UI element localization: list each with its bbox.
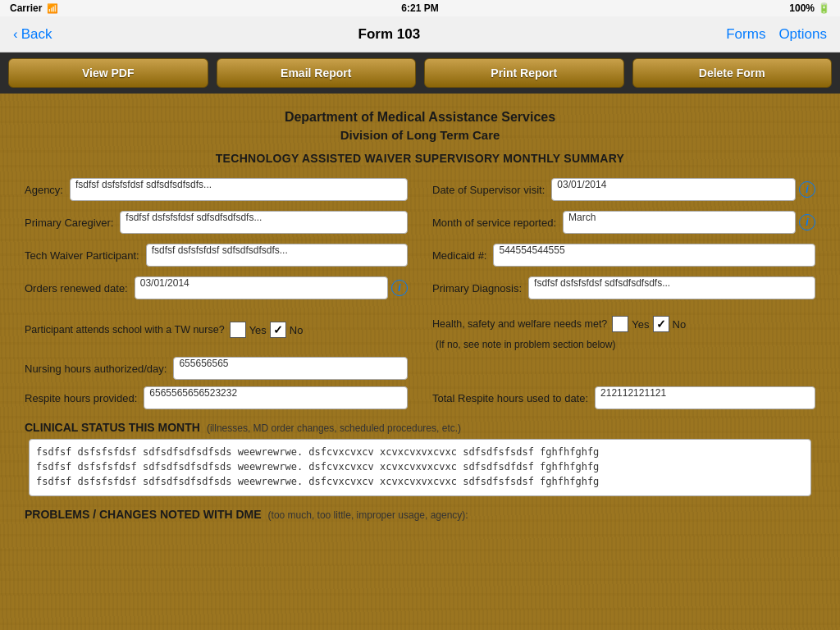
health-safety-yes-checkbox[interactable]: [612, 316, 628, 332]
form-title: TECHNOLOGY ASSISTED WAIVER SUPERVISORY M…: [25, 152, 815, 165]
toolbar: View PDF Email Report Print Report Delet…: [0, 52, 840, 94]
primary-diagnosis-label: Primary Diagnosis:: [432, 282, 522, 294]
health-safety-col: Health, safety and welfare needs met? Ye…: [432, 309, 815, 350]
tech-waiver-label: Tech Waiver Participant:: [25, 249, 139, 262]
checkbox-rows: Participant attends school with a TW nur…: [25, 309, 815, 350]
status-bar: Carrier 📶 6:21 PM 100% 🔋: [0, 0, 840, 16]
nav-right-buttons: Forms Options: [726, 26, 827, 43]
school-nurse-no-checkbox[interactable]: [270, 322, 286, 338]
division-name: Division of Long Term Care: [25, 128, 815, 142]
respite-rows: Respite hours provided: 6565565656523232…: [25, 386, 815, 409]
main-content: Department of Medical Assistance Service…: [0, 94, 840, 630]
battery-icon: 🔋: [818, 2, 830, 14]
wifi-icon: 📶: [47, 3, 58, 14]
view-pdf-button[interactable]: View PDF: [8, 58, 208, 88]
primary-caregiver-label: Primary Caregiver:: [25, 217, 113, 229]
month-service-label: Month of service reported:: [432, 217, 556, 229]
health-safety-label: Health, safety and welfare needs met?: [432, 318, 607, 330]
medicaid-input[interactable]: 544554544555: [493, 244, 815, 267]
total-respite-row: Total Respite hours used to date: 212112…: [432, 386, 815, 409]
nursing-hours-row: Nursing hours authorized/day: 655656565: [25, 357, 408, 380]
school-nurse-no-label: No: [290, 324, 304, 336]
clinical-status-header: CLINICAL STATUS THIS MONTH (illnesses, M…: [25, 421, 815, 434]
health-safety-note: (If no, see note in problem section belo…: [432, 339, 815, 350]
primary-diagnosis-row: Primary Diagnosis: fsdfsf dsfsfsfdsf sdf…: [432, 276, 815, 299]
nursing-hours-label: Nursing hours authorized/day:: [25, 363, 167, 375]
orders-renewed-input[interactable]: 03/01/2014: [135, 276, 388, 299]
primary-diagnosis-input[interactable]: fsdfsf dsfsfsfdsf sdfsdfsdfsdfs...: [528, 276, 815, 299]
orders-renewed-row: Orders renewed date: 03/01/2014 i: [25, 276, 408, 299]
form-header: Department of Medical Assistance Service…: [25, 110, 815, 165]
status-time: 6:21 PM: [401, 2, 438, 14]
orders-renewed-info-button[interactable]: i: [391, 280, 408, 296]
status-left: Carrier 📶: [10, 2, 58, 14]
date-supervisor-input[interactable]: 03/01/2014: [551, 178, 796, 201]
form-grid-row3: Tech Waiver Participant: fsdfsf dsfsfsfd…: [25, 244, 815, 267]
form-grid-row4: Orders renewed date: 03/01/2014 i Primar…: [25, 276, 815, 299]
health-safety-no-label: No: [673, 318, 687, 331]
health-safety-row: Health, safety and welfare needs met? Ye…: [432, 316, 815, 332]
forms-button[interactable]: Forms: [726, 26, 765, 43]
month-service-input[interactable]: March: [563, 211, 796, 234]
date-supervisor-input-group: 03/01/2014 i: [551, 178, 815, 201]
date-supervisor-row: Date of Supervisor visit: 03/01/2014 i: [432, 178, 815, 201]
school-nurse-checks: Yes No: [230, 322, 304, 338]
clinical-status-title: CLINICAL STATUS THIS MONTH: [25, 421, 200, 434]
health-safety-yes-label: Yes: [632, 318, 649, 331]
agency-input[interactable]: fsdfsf dsfsfsfdsf sdfsdfsdfsdfs...: [70, 178, 408, 201]
problems-note: (too much, too little, improper usage, a…: [268, 509, 468, 521]
tech-waiver-row: Tech Waiver Participant: fsdfsf dsfsfsfd…: [25, 244, 408, 267]
nursing-row: Nursing hours authorized/day: 655656565: [25, 357, 815, 380]
nav-title: Form 103: [358, 26, 421, 43]
form-grid-row1: Agency: fsdfsf dsfsfsfdsf sdfsdfsdfsdfs.…: [25, 178, 815, 201]
tech-waiver-input[interactable]: fsdfsf dsfsfsfdsf sdfsdfsdfsdfs...: [146, 244, 408, 267]
problems-title: PROBLEMS / CHANGES NOTED WITH DME: [25, 508, 262, 521]
medicaid-row: Medicaid #: 544554544555: [432, 244, 815, 267]
clinical-status-note: (illnesses, MD order changes, scheduled …: [207, 422, 461, 434]
respite-provided-label: Respite hours provided:: [25, 392, 137, 404]
school-nurse-row: Participant attends school with a TW nur…: [25, 316, 408, 344]
month-service-row: Month of service reported: March i: [432, 211, 815, 234]
agency-label: Agency:: [25, 184, 63, 196]
month-service-input-group: March i: [563, 211, 815, 234]
status-right: 100% 🔋: [789, 2, 830, 14]
school-nurse-label: Participant attends school with a TW nur…: [25, 324, 225, 336]
nursing-hours-input[interactable]: 655656565: [173, 357, 408, 380]
orders-renewed-input-group: 03/01/2014 i: [135, 276, 408, 299]
health-safety-checks: Yes No: [612, 316, 686, 332]
primary-caregiver-row: Primary Caregiver: fsdfsf dsfsfsfdsf sdf…: [25, 211, 408, 234]
agency-row: Agency: fsdfsf dsfsfsfdsf sdfsdfsdfsdfs.…: [25, 178, 408, 201]
school-nurse-yes-label: Yes: [249, 324, 267, 336]
org-name: Department of Medical Assistance Service…: [25, 110, 815, 125]
email-report-button[interactable]: Email Report: [217, 58, 417, 88]
nav-bar: ‹ Back Form 103 Forms Options: [0, 16, 840, 52]
health-safety-no-checkbox[interactable]: [653, 316, 669, 332]
back-button[interactable]: ‹ Back: [13, 26, 52, 43]
school-nurse-yes-checkbox[interactable]: [230, 322, 246, 338]
print-report-button[interactable]: Print Report: [424, 58, 624, 88]
delete-form-button[interactable]: Delete Form: [632, 58, 833, 88]
battery-label: 100%: [789, 2, 815, 14]
medicaid-label: Medicaid #:: [432, 249, 486, 262]
back-label: Back: [21, 26, 52, 43]
orders-renewed-label: Orders renewed date:: [25, 282, 128, 294]
options-button[interactable]: Options: [778, 26, 827, 43]
back-chevron-icon: ‹: [13, 26, 18, 43]
total-respite-label: Total Respite hours used to date:: [432, 392, 588, 404]
total-respite-input[interactable]: 212112121121: [595, 386, 815, 409]
clinical-status-textarea[interactable]: [29, 439, 811, 496]
date-supervisor-label: Date of Supervisor visit:: [432, 184, 545, 196]
primary-caregiver-input[interactable]: fsdfsf dsfsfsfdsf sdfsdfsdfsdfs...: [120, 211, 408, 234]
form-grid-row2: Primary Caregiver: fsdfsf dsfsfsfdsf sdf…: [25, 211, 815, 234]
month-service-info-button[interactable]: i: [799, 214, 815, 231]
respite-provided-row: Respite hours provided: 6565565656523232: [25, 386, 408, 409]
date-supervisor-info-button[interactable]: i: [799, 181, 815, 198]
carrier-label: Carrier: [10, 2, 42, 14]
problems-header: PROBLEMS / CHANGES NOTED WITH DME (too m…: [25, 508, 815, 521]
respite-provided-input[interactable]: 6565565656523232: [144, 386, 408, 409]
